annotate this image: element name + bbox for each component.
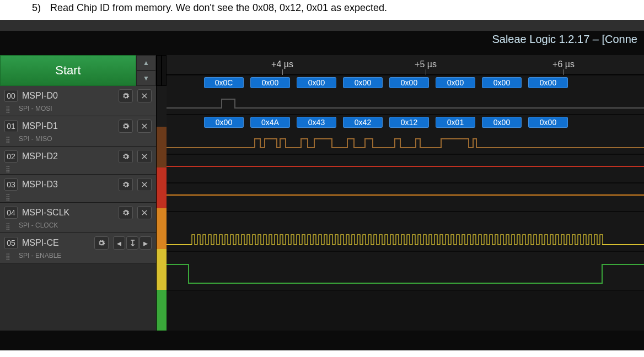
channel-index: 04 (4, 207, 18, 219)
analyzer-label: SPI - CLOCK (19, 221, 58, 229)
channel-name[interactable]: MSPI-CE (22, 238, 90, 248)
caption-text: Read Chip ID from memory. We don't see t… (50, 2, 387, 13)
channel-settings-button[interactable] (119, 120, 133, 133)
channel-name[interactable]: MSPI-D2 (22, 152, 114, 161)
trigger-controls: ◂ ↧ ▸ (113, 236, 152, 250)
channel-remove-button[interactable] (137, 178, 152, 191)
drag-handle-icon[interactable] (6, 106, 15, 111)
channel-settings-button[interactable] (119, 206, 133, 219)
start-row: Start ▲ ▼ (0, 55, 156, 86)
trigger-edge-button[interactable]: ↧ (126, 236, 138, 250)
stepper-up-button[interactable]: ▲ (136, 55, 156, 71)
trace-d1 (167, 115, 644, 154)
channel-row: 03 MSPI-D3 (0, 175, 156, 203)
menu-bar (0, 20, 644, 31)
waveform-area[interactable]: +4 µs +5 µs +6 µs 0x0C0x000x000x000x000x… (167, 55, 644, 331)
close-icon (141, 153, 148, 160)
drag-handle-icon[interactable] (6, 253, 15, 258)
start-button[interactable]: Start (0, 55, 136, 86)
gear-icon (122, 153, 130, 160)
channel-settings-button[interactable] (94, 236, 109, 250)
drag-handle-icon[interactable] (6, 193, 15, 199)
channel-panel: Start ▲ ▼ 00 MSPI-D0 SPI - MOSI 01 MSPI-… (0, 55, 157, 331)
trigger-next-button[interactable]: ▸ (139, 236, 152, 250)
gear-icon (122, 122, 130, 130)
channel-index: 05 (4, 237, 18, 249)
time-ruler[interactable]: +4 µs +5 µs +6 µs (167, 55, 644, 75)
channel-index: 02 (4, 150, 18, 163)
gear-icon (98, 239, 105, 247)
channel-settings-button[interactable] (119, 178, 133, 191)
channel-name[interactable]: MSPI-D0 (22, 91, 114, 101)
channel-remove-button[interactable] (137, 89, 152, 102)
close-icon (141, 209, 148, 217)
app-window: Saleae Logic 1.2.17 – [Conne Start ▲ ▼ 0… (0, 20, 644, 350)
channel-index: 01 (4, 120, 18, 132)
gear-icon (122, 181, 130, 188)
start-stepper: ▲ ▼ (136, 55, 156, 86)
analyzer-label: SPI - MISO (19, 135, 52, 143)
color-rail (157, 55, 167, 331)
channel-row: 02 MSPI-D2 (0, 147, 156, 175)
ruler-label: +5 µs (415, 60, 437, 69)
channel-name[interactable]: MSPI-SCLK (22, 208, 114, 218)
analyzer-label: SPI - ENABLE (19, 252, 61, 259)
trigger-prev-button[interactable]: ◂ (113, 236, 125, 250)
trace-ce (167, 251, 644, 291)
drag-handle-icon[interactable] (6, 165, 15, 171)
rail-color-segment (157, 86, 167, 127)
ruler-label: +6 µs (552, 60, 575, 69)
rail-color-segment (157, 249, 167, 290)
caption-number: 5) (32, 2, 47, 14)
channel-remove-button[interactable] (137, 206, 152, 219)
analyzer-label: SPI - MOSI (19, 105, 52, 112)
channel-name[interactable]: MSPI-D1 (22, 121, 114, 131)
gear-icon (122, 209, 130, 217)
channel-list: 00 MSPI-D0 SPI - MOSI 01 MSPI-D1 SPI - M… (0, 86, 156, 263)
window-title: Saleae Logic 1.2.17 – [Conne (492, 33, 637, 46)
trace-d3 (167, 183, 644, 212)
trace-sclk (167, 212, 644, 251)
rail-color-segment (157, 290, 167, 331)
rail-color-segment (157, 127, 167, 167)
close-icon (141, 122, 148, 130)
main-area: Start ▲ ▼ 00 MSPI-D0 SPI - MOSI 01 MSPI-… (0, 55, 644, 331)
channel-settings-button[interactable] (119, 150, 133, 163)
rail-color-segment (157, 167, 167, 208)
channel-remove-button[interactable] (137, 120, 152, 133)
close-icon (141, 92, 148, 100)
channel-row: 04 MSPI-SCLK SPI - CLOCK (0, 203, 156, 233)
channel-row: 05 MSPI-CE ◂ ↧ ▸ SPI - ENABLE (0, 233, 156, 263)
drag-handle-icon[interactable] (6, 223, 15, 228)
stepper-down-button[interactable]: ▼ (136, 71, 156, 86)
channel-name[interactable]: MSPI-D3 (22, 180, 114, 190)
ruler-label: +4 µs (271, 60, 293, 69)
trace-d0 (167, 75, 644, 115)
channel-index: 03 (4, 178, 18, 191)
channel-settings-button[interactable] (119, 89, 133, 102)
trace-d2 (167, 154, 644, 183)
channel-row: 00 MSPI-D0 SPI - MOSI (0, 86, 156, 116)
channel-index: 00 (4, 90, 18, 102)
gear-icon (122, 92, 130, 100)
close-icon (141, 181, 148, 188)
drag-handle-icon[interactable] (6, 136, 15, 142)
channel-remove-button[interactable] (137, 150, 152, 163)
rail-color-segment (157, 208, 167, 249)
channel-row: 01 MSPI-D1 SPI - MISO (0, 116, 156, 147)
figure-caption: 5) Read Chip ID from memory. We don't se… (0, 0, 644, 19)
